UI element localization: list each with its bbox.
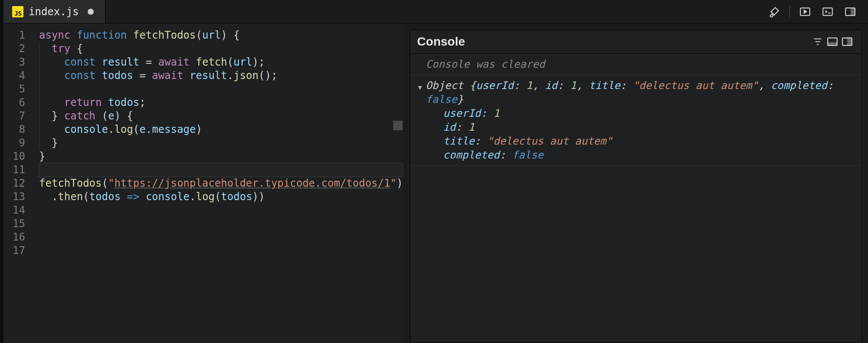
- line-number: 17: [3, 244, 25, 257]
- console-object-property: id: 1: [443, 120, 854, 134]
- console-panel: Console Console was cleared ▼: [410, 30, 862, 343]
- code-line[interactable]: try {: [39, 42, 403, 56]
- disclosure-triangle-icon[interactable]: ▼: [418, 81, 422, 95]
- line-number: 9: [3, 136, 25, 150]
- line-number: 2: [3, 42, 25, 56]
- play-panel-icon[interactable]: [798, 4, 812, 19]
- code-line[interactable]: [39, 204, 403, 217]
- line-number: 3: [3, 56, 25, 69]
- terminal-icon[interactable]: [820, 4, 835, 19]
- dirty-indicator-icon: [88, 9, 94, 15]
- tab-filename: index.js: [29, 6, 79, 18]
- code-line[interactable]: const todos = await result.json();: [39, 69, 403, 82]
- line-number: 14: [3, 204, 25, 217]
- code-line[interactable]: [39, 163, 403, 177]
- line-number-gutter: 1234567891011121314151617: [3, 23, 38, 343]
- brush-icon[interactable]: [767, 4, 782, 19]
- code-line[interactable]: console.log(e.message): [39, 123, 403, 136]
- line-number: 1: [3, 29, 25, 42]
- tab-bar: JS index.js: [3, 0, 868, 23]
- minimap-thumb[interactable]: [393, 121, 403, 130]
- line-number: 5: [3, 82, 25, 96]
- line-number: 4: [3, 69, 25, 82]
- editor-toolbar: [767, 0, 868, 23]
- code-line[interactable]: [39, 217, 403, 231]
- filter-icon[interactable]: [810, 34, 825, 49]
- line-number: 13: [3, 190, 25, 204]
- code-line[interactable]: }: [39, 136, 403, 150]
- line-number: 16: [3, 231, 25, 244]
- console-title: Console: [417, 35, 465, 49]
- line-number: 12: [3, 177, 25, 190]
- console-cleared-message: Console was cleared: [410, 54, 861, 75]
- svg-rect-7: [848, 38, 852, 45]
- panel-layout-icon[interactable]: [843, 4, 858, 19]
- code-line[interactable]: }: [39, 150, 403, 163]
- line-number: 7: [3, 109, 25, 123]
- code-line[interactable]: [39, 231, 403, 244]
- console-log-entry[interactable]: ▼ Object {userId: 1, id: 1, title: "dele…: [410, 75, 861, 166]
- code-line[interactable]: async function fetchTodos(url) {: [39, 29, 403, 42]
- panel-side-icon[interactable]: [840, 34, 855, 49]
- js-file-icon: JS: [12, 6, 23, 17]
- code-line[interactable]: } catch (e) {: [39, 109, 403, 123]
- toolbar-separator: [789, 6, 790, 17]
- code-line[interactable]: fetchTodos("https://jsonplaceholder.typi…: [39, 177, 403, 190]
- code-line[interactable]: [39, 244, 403, 257]
- console-object-property: title: "delectus aut autem": [443, 134, 854, 148]
- code-area[interactable]: async function fetchTodos(url) { try { c…: [38, 23, 403, 343]
- code-line[interactable]: .then(todos => console.log(todos)): [39, 190, 403, 204]
- line-number: 15: [3, 217, 25, 231]
- svg-rect-1: [823, 8, 832, 15]
- file-tab[interactable]: JS index.js: [3, 0, 105, 23]
- console-body[interactable]: Console was cleared ▼ Object {userId: 1,…: [410, 54, 861, 343]
- svg-rect-5: [828, 43, 837, 46]
- code-line[interactable]: [39, 82, 403, 96]
- code-line[interactable]: return todos;: [39, 96, 403, 109]
- console-object-property: completed: false: [443, 148, 854, 162]
- panel-bottom-icon[interactable]: [825, 34, 840, 49]
- line-number: 6: [3, 96, 25, 109]
- line-number: 11: [3, 163, 25, 177]
- line-number: 8: [3, 123, 25, 136]
- console-object-property: userId: 1: [443, 106, 854, 120]
- svg-rect-3: [851, 8, 855, 15]
- console-header: Console: [410, 30, 861, 54]
- code-line[interactable]: const result = await fetch(url);: [39, 56, 403, 69]
- line-number: 10: [3, 150, 25, 163]
- code-editor[interactable]: 1234567891011121314151617 async function…: [3, 23, 403, 343]
